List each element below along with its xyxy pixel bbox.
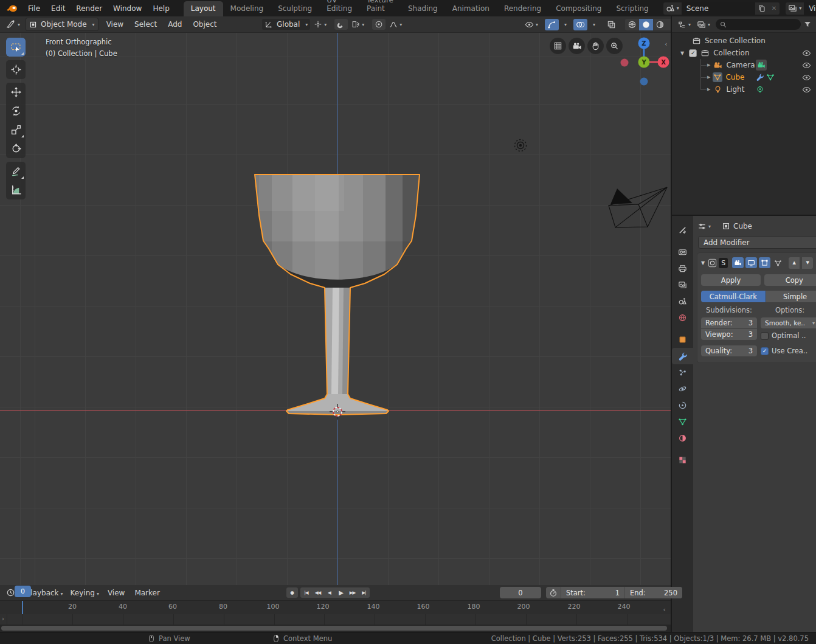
hide-eye-toggle[interactable]	[802, 85, 811, 94]
pivot-point-dropdown[interactable]: ▾	[311, 19, 329, 30]
axis-y-handle[interactable]: Y	[638, 57, 650, 68]
tool-measure[interactable]	[6, 181, 26, 199]
editor-type-button[interactable]: ▾	[4, 18, 22, 30]
render-subdivisions-field[interactable]: Render: 3	[701, 317, 757, 328]
tab-view-layer[interactable]	[672, 277, 693, 293]
shading-solid-button[interactable]	[639, 19, 653, 30]
axis-x-handle[interactable]: X	[658, 57, 669, 68]
tab-particles[interactable]	[672, 364, 693, 381]
next-keyframe-button[interactable]: ▶▶	[347, 587, 358, 598]
modifier-move-down-button[interactable]: ▼	[802, 257, 813, 269]
axis-z-handle[interactable]: Z	[638, 38, 650, 49]
hide-eye-toggle[interactable]	[802, 61, 811, 70]
tab-scripting[interactable]: Scripting	[609, 1, 655, 16]
play-button[interactable]: ▶	[335, 587, 347, 598]
tab-object[interactable]	[672, 331, 693, 348]
tool-transform[interactable]	[6, 139, 26, 158]
tool-scale[interactable]	[6, 120, 26, 139]
timeline-tracks[interactable]: ›	[0, 614, 671, 625]
menu-window[interactable]: Window	[108, 4, 147, 13]
current-frame-badge[interactable]: 0	[15, 586, 31, 597]
optimal-display-checkbox[interactable]	[761, 332, 769, 340]
end-frame-field[interactable]: End: 250	[624, 587, 682, 598]
modifier-realtime-toggle[interactable]	[745, 257, 757, 268]
axis-minus-x-handle[interactable]	[621, 59, 629, 67]
camera-data-badge[interactable]	[756, 60, 767, 71]
outliner-row-light[interactable]: ▶ Light	[672, 83, 816, 95]
overlays-toggle[interactable]	[573, 19, 587, 30]
outliner-row-scene-collection[interactable]: Scene Collection	[672, 35, 816, 47]
shading-wireframe-button[interactable]	[625, 19, 639, 30]
menu-add[interactable]: Add	[162, 20, 187, 29]
wine-glass-mesh[interactable]	[255, 173, 420, 415]
tab-render[interactable]	[672, 244, 693, 260]
menu-object[interactable]: Object	[187, 20, 222, 29]
mode-dropdown[interactable]: Object Mode ▾	[26, 18, 99, 31]
outliner-search-input[interactable]	[716, 19, 801, 30]
blender-logo-icon[interactable]	[6, 4, 18, 13]
xray-toggle[interactable]	[604, 19, 618, 30]
menu-view[interactable]: View	[101, 20, 129, 29]
hide-eye-toggle[interactable]	[802, 73, 811, 82]
modifier-name-field[interactable]: S	[719, 258, 728, 268]
camera-object[interactable]	[609, 187, 667, 227]
tab-texture-paint[interactable]: Texture Paint	[359, 0, 401, 16]
modifier-oncage-toggle[interactable]	[772, 257, 784, 268]
shading-material-button[interactable]	[653, 19, 667, 30]
menu-keying[interactable]: Keying▾	[67, 589, 103, 597]
tab-uv-editing[interactable]: UV Editing	[319, 0, 359, 16]
simple-button[interactable]: Simple	[766, 291, 816, 302]
outliner-row-camera[interactable]: ▶ Camera	[672, 59, 816, 71]
navigation-gizmo[interactable]: Z Y X	[610, 33, 671, 94]
record-button[interactable]: ●	[286, 587, 298, 598]
proportional-editing-toggle[interactable]	[372, 19, 386, 30]
viewport-canvas[interactable]: Front Orthographic (0) Collection | Cube…	[0, 33, 671, 585]
expand-arrow-icon[interactable]: ▼	[680, 50, 684, 56]
proportional-falloff-dropdown[interactable]: ▾	[387, 19, 404, 30]
play-reverse-button[interactable]: ◀	[323, 587, 335, 598]
tab-layout[interactable]: Layout	[184, 1, 223, 16]
properties-editor-type-button[interactable]: ▾	[697, 221, 713, 232]
gizmos-toggle[interactable]	[545, 19, 559, 30]
viewport-camera-button[interactable]	[569, 38, 585, 54]
apply-button[interactable]: Apply	[701, 274, 761, 286]
scene-new-button[interactable]	[755, 2, 769, 15]
use-creases-checkbox[interactable]: ✓	[761, 347, 769, 355]
tool-select-box[interactable]	[6, 38, 26, 57]
tab-animation[interactable]: Animation	[445, 1, 497, 16]
tab-shading[interactable]: Shading	[401, 1, 445, 16]
light-object[interactable]	[515, 140, 527, 151]
start-frame-field[interactable]: Start: 1	[561, 587, 624, 598]
scene-unlink-button[interactable]: ✕	[769, 2, 780, 15]
axis-minus-z-handle[interactable]	[640, 78, 648, 86]
menu-help[interactable]: Help	[147, 4, 175, 13]
smooth-shading-dropdown[interactable]: Smooth, ke.. ▾	[761, 317, 816, 328]
jump-to-end-button[interactable]: ▶|	[358, 587, 370, 598]
tab-constraints[interactable]	[672, 397, 693, 414]
outliner-row-collection[interactable]: ▼ ✓ Collection	[672, 47, 816, 59]
menu-file[interactable]: File	[22, 4, 46, 13]
tab-compositing[interactable]: Compositing	[548, 1, 609, 16]
mesh-data-icon[interactable]	[766, 73, 775, 81]
tool-move[interactable]	[6, 83, 26, 102]
view-layer-name-field[interactable]: View Layer	[804, 2, 816, 15]
tab-tool[interactable]	[672, 222, 693, 238]
tab-material[interactable]	[672, 430, 693, 446]
tab-modeling[interactable]: Modeling	[223, 1, 271, 16]
snap-with-dropdown[interactable]: ▾	[349, 19, 367, 30]
sidebar-collapse-arrow[interactable]: ‹	[665, 40, 667, 48]
tab-sculpting[interactable]: Sculpting	[271, 1, 319, 16]
tool-cursor[interactable]	[6, 60, 26, 79]
use-preview-range-button[interactable]	[546, 589, 561, 597]
modifier-editmode-toggle[interactable]	[759, 257, 770, 268]
menu-timeline-view[interactable]: View	[103, 589, 130, 597]
tab-output[interactable]	[672, 260, 693, 277]
view-layer-browse-button[interactable]: ▾	[786, 2, 804, 15]
expand-arrow-icon[interactable]: ▶	[707, 75, 710, 80]
modifier-render-toggle[interactable]	[732, 257, 744, 268]
overlays-dropdown[interactable]: ▾	[589, 21, 598, 29]
viewport-grid-button[interactable]	[550, 38, 566, 54]
modifier-expand-arrow[interactable]: ▼	[701, 260, 705, 266]
tab-object-data[interactable]	[672, 414, 693, 430]
gizmos-dropdown[interactable]: ▾	[560, 21, 569, 29]
